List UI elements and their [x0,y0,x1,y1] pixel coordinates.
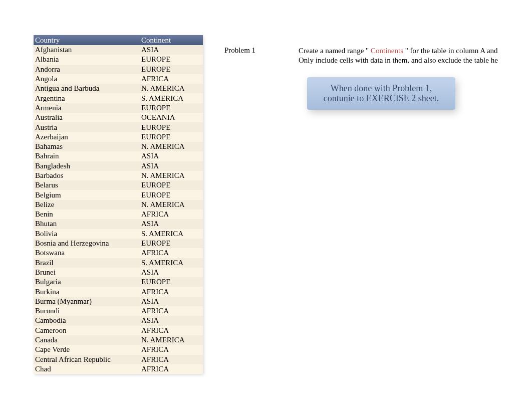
cell-country: Belarus [34,181,141,189]
table-row: BarbadosN. AMERICA [34,171,203,180]
cell-continent: AFRICA [141,249,203,257]
table-row: BahamasN. AMERICA [34,142,203,151]
cell-continent: AFRICA [141,326,203,335]
table-row: BahrainASIA [34,151,203,161]
cell-country: Bahrain [34,152,141,160]
table-row: AngolaAFRICA [34,74,203,84]
cell-country: Antigua and Barbuda [34,84,141,93]
callout-line1: When done with Problem 1, [331,83,432,93]
cell-continent: AFRICA [141,210,203,219]
cell-continent: ASIA [141,297,203,306]
callout-box: When done with Problem 1, contunie to EX… [307,77,455,110]
callout-line2: contunie to EXERCISE 2 sheet. [324,93,439,103]
cell-country: Brunei [34,268,141,277]
cell-continent: N. AMERICA [141,142,203,151]
cell-continent: ASIA [141,152,203,160]
table-row: BrazilS. AMERICA [34,258,203,268]
problem-line1-post: " for the table in column A and [403,47,498,55]
table-row: ArgentinaS. AMERICA [34,93,203,103]
cell-country: Bolivia [34,230,141,238]
table-row: AustriaEUROPE [34,122,203,132]
cell-continent: N. AMERICA [141,171,203,180]
problem-row: Problem 1 Create a named range " Contine… [224,46,520,65]
table-row: BulgariaEUROPE [34,277,203,287]
cell-country: Azerbaijan [34,133,141,141]
table-row: Bosnia and HerzegovinaEUROPE [34,239,203,248]
cell-country: Brazil [34,259,141,267]
cell-country: Burundi [34,307,141,315]
cell-country: Central African Republic [34,355,141,364]
cell-continent: EUROPE [141,55,203,64]
table-row: AndorraEUROPE [34,65,203,74]
table-row: CambodiaASIA [34,316,203,325]
table-body: AfghanistanASIAAlbaniaEUROPEAndorraEUROP… [34,45,203,374]
cell-country: Botswana [34,249,141,257]
cell-country: Andorra [34,65,141,74]
cell-country: Cambodia [34,316,141,325]
cell-country: Australia [34,113,141,122]
cell-continent: EUROPE [141,191,203,199]
cell-continent: EUROPE [141,123,203,132]
table-row: BelgiumEUROPE [34,190,203,199]
table-row: BhutanASIA [34,219,203,229]
cell-country: Austria [34,123,141,132]
problem-highlight: Continents [371,47,403,55]
table-row: ArmeniaEUROPE [34,103,203,113]
header-continent: Continent [141,36,203,45]
cell-country: Bahamas [34,142,141,151]
cell-country: Afghanistan [34,46,141,54]
cell-continent: AFRICA [141,355,203,364]
cell-continent: ASIA [141,220,203,228]
header-country: Country [34,36,141,45]
cell-continent: EUROPE [141,65,203,74]
cell-continent: AFRICA [141,345,203,354]
cell-continent: N. AMERICA [141,200,203,209]
cell-country: Barbados [34,171,141,180]
problem-label: Problem 1 [224,46,299,65]
table-row: AustraliaOCEANIA [34,113,203,122]
cell-country: Argentina [34,94,141,103]
cell-continent: EUROPE [141,278,203,286]
table-row: AfghanistanASIA [34,45,203,55]
table-row: Cape VerdeAFRICA [34,345,203,354]
cell-country: Belgium [34,191,141,199]
cell-country: Armenia [34,104,141,112]
cell-country: Angola [34,75,141,83]
table-row: BurkinaAFRICA [34,287,203,296]
cell-continent: EUROPE [141,133,203,141]
cell-continent: AFRICA [141,75,203,83]
cell-country: Albania [34,55,141,64]
table-row: BelarusEUROPE [34,180,203,190]
table-row: Central African RepublicAFRICA [34,355,203,364]
cell-continent: EUROPE [141,104,203,112]
cell-continent: N. AMERICA [141,336,203,344]
right-panel: Problem 1 Create a named range " Contine… [224,35,520,374]
cell-continent: ASIA [141,316,203,325]
cell-country: Benin [34,210,141,219]
cell-country: Belize [34,200,141,209]
cell-continent: AFRICA [141,307,203,315]
table-row: CanadaN. AMERICA [34,335,203,345]
cell-continent: ASIA [141,162,203,170]
table-row: Burma (Myanmar)ASIA [34,297,203,306]
table-row: BeninAFRICA [34,210,203,219]
problem-line1-pre: Create a named range " [299,47,371,55]
cell-country: Bangladesh [34,162,141,170]
table-row: BotswanaAFRICA [34,248,203,258]
cell-continent: S. AMERICA [141,259,203,267]
cell-continent: N. AMERICA [141,84,203,93]
cell-continent: ASIA [141,46,203,54]
cell-country: Bosnia and Herzegovina [34,239,141,248]
table-row: AlbaniaEUROPE [34,55,203,64]
table-row: AzerbaijanEUROPE [34,132,203,142]
cell-continent: OCEANIA [141,113,203,122]
cell-country: Cameroon [34,326,141,335]
table-row: BoliviaS. AMERICA [34,229,203,239]
cell-continent: ASIA [141,268,203,277]
problem-line2: Only include cells with data in them, an… [299,56,498,64]
country-table: Country Continent AfghanistanASIAAlbania… [34,35,203,374]
cell-continent: AFRICA [141,288,203,296]
cell-continent: EUROPE [141,181,203,189]
table-row: CameroonAFRICA [34,326,203,335]
cell-continent: S. AMERICA [141,230,203,238]
